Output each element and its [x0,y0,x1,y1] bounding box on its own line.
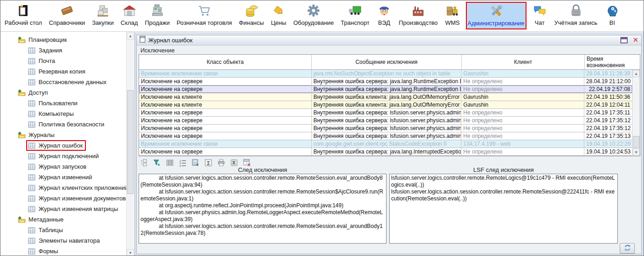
restore-window-icon[interactable] [620,37,628,44]
table-row[interactable]: Исключение на сервереВнутренняя ошибка с… [139,109,632,117]
toolbar-item-references[interactable]: Справочники [48,2,87,29]
toolbar-item-label: Производство [399,19,438,27]
table-scrollbar[interactable]: ▲ ▼ [632,70,640,156]
scroll-up-icon[interactable]: ▲ [633,70,640,77]
toolbar-item-ved[interactable]: ВЭД [375,2,393,29]
table-row[interactable]: Исключение на сервереВнутренняя ошибка с… [139,78,632,85]
sidebar-item-computers[interactable]: Компьютеры [0,108,134,119]
table-row[interactable]: Исключение на клиентеВнутренняя ошибка к… [139,93,632,101]
cash-register-icon [150,2,165,19]
table-icon [28,68,36,75]
table-icon [28,121,36,128]
toolbar-item-retail[interactable]: Розничная торговля [175,2,234,29]
group-tree-icon[interactable] [139,158,149,167]
toolbar-item-account[interactable]: Учётная запись [553,2,599,29]
folder-open-icon [18,216,26,223]
sidebar-item-scheduler[interactable]: Планировщик [0,34,134,45]
sidebar-item-error-log[interactable]: Журнал ошибок [0,140,134,151]
export-xls-icon[interactable]: X [229,158,239,167]
scrollbar-thumb[interactable] [633,136,639,148]
column-header-client[interactable]: Клиент [462,55,585,69]
manage-columns-icon[interactable] [242,158,252,167]
folder-open-icon [18,36,26,44]
sidebar-item-navigator-elements[interactable]: Элементы навигатора [0,235,134,246]
sidebar-item-mail[interactable]: Почта [0,56,134,66]
sidebar-item-tables[interactable]: Таблицы [0,225,134,235]
column-header-exception-message[interactable]: Сообщение исключения [312,55,462,69]
toolbar-item-equipment[interactable]: Оборудование [292,2,335,29]
calculate-sum-icon[interactable] [190,158,200,167]
column-header-time[interactable]: Время возникновения [585,55,633,69]
sidebar-item-access[interactable]: Доступ [0,87,134,98]
column-header-object-class[interactable]: Класс объекта [139,55,312,69]
exception-trace-text[interactable]: at lsfusion.server.logics.action.session… [139,174,386,244]
sidebar-item-users[interactable]: Пользователи [0,98,134,108]
table-row-selected[interactable]: Исключение на сервереВнутренняя ошибка с… [139,85,632,93]
table-icon [28,227,36,234]
trace-title: След исключения [139,166,386,173]
folder-open-icon [18,89,26,97]
sidebar-item-tasks[interactable]: Задания [0,45,134,56]
table-row[interactable]: Временное исключение связиjava.rmi.NoSuc… [139,70,632,78]
sidebar-item-backup[interactable]: Резервная копия [0,66,134,77]
add-filter-icon[interactable] [152,158,162,167]
toolbar-item-prices[interactable]: Цены [269,2,288,29]
table-row[interactable]: Временное исключение связиcom.google.gwt… [139,140,632,148]
close-icon[interactable]: ✕ [633,37,638,44]
sidebar-item-client-apps-log[interactable]: Журнал клиентских приложений [0,182,134,193]
sidebar-item-metadata[interactable]: Метаданные [0,214,134,225]
sidebar-scrollbar[interactable]: ▲ ▼ [126,32,134,256]
refresh-button[interactable] [620,243,635,254]
table-icon [28,153,36,160]
table-icon [28,100,36,107]
sidebar-item-doc-change-log[interactable]: Журнал изменения документов [0,193,134,204]
sigma-sum-icon[interactable]: Σ [203,158,213,167]
toolbar-item-warehouse[interactable]: Склад [119,2,140,29]
price-tag-icon [271,2,286,19]
print-icon[interactable] [216,158,226,167]
sidebar-item-matrix-change-log[interactable]: Журнал изменения матрицы [0,204,134,214]
toolbar-item-wms[interactable]: WMS [443,2,462,29]
toolbar-item-desktop[interactable]: Рабочий стол [3,2,44,29]
sidebar-item-forms[interactable]: Формы [0,246,134,256]
table-row[interactable]: Исключение на сервереВнутренняя ошибка с… [139,132,632,140]
table-icon [28,57,36,65]
toolbar-item-bi[interactable]: BI [603,2,622,29]
table-icon [28,248,36,255]
factory-icon [410,2,426,19]
toolbar-item-purchases[interactable]: Закупки [90,2,115,29]
form-icon [140,36,146,45]
table-row[interactable]: Исключение на сервереВнутренняя ошибка с… [139,117,632,125]
table-icon [28,163,36,171]
group-columns-icon[interactable] [165,158,174,167]
scroll-up-icon[interactable]: ▲ [127,32,134,40]
sidebar-item-logs[interactable]: Журналы [0,130,134,140]
sidebar-item-security-policy[interactable]: Политика безопасности [0,119,134,130]
sidebar-item-data-restore[interactable]: Восстановление данных [0,77,134,87]
table-row[interactable]: Исключение на сервереВнутренняя ошибка с… [139,125,632,132]
toolbar-item-transport[interactable]: Транспорт [339,2,371,29]
lsf-exception-trace-text[interactable]: lsfusion.server.logics.controller.remote… [389,174,618,244]
table-icon [28,174,36,181]
table-row[interactable]: Исключение на сервереВнутренняя ошибка с… [139,148,632,156]
scrollbar-thumb[interactable] [127,90,134,194]
toolbar-item-finance[interactable]: Финансы [237,2,265,29]
toolbar-item-production[interactable]: Производство [398,2,439,29]
truck-icon [347,2,363,19]
toolbar-item-sales[interactable]: Продажи [143,2,171,29]
scroll-down-icon[interactable]: ▼ [633,148,640,156]
main-navigation-toolbar: Рабочий стол Справочники Закупки Склад П… [0,0,644,32]
sidebar-item-change-log[interactable]: Журнал изменений [0,172,134,182]
table-icon [28,205,36,213]
toolbar-item-administration[interactable]: Администрирование [466,2,526,29]
table-row[interactable]: Исключение на клиентеВнутренняя ошибка к… [139,101,632,109]
toolbar-item-label: Справочники [49,19,85,27]
scroll-down-icon[interactable]: ▼ [127,249,134,256]
counters-icon[interactable]: 123 [178,158,187,167]
toolbar-item-chat[interactable]: Чат [531,2,549,29]
selected-item-highlight: Журнал ошибок [26,140,86,151]
sidebar-item-connection-log[interactable]: Журнал подключений [0,151,134,161]
sidebar-item-launch-log[interactable]: Журнал запусков [0,161,134,172]
toolbar-item-label: Рабочий стол [5,19,42,27]
table-icon [28,237,36,245]
